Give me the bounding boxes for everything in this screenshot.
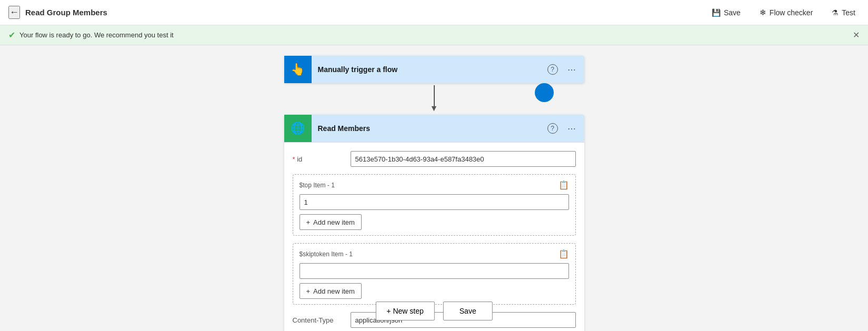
action-step-actions: ? ⋯	[545, 121, 578, 136]
trigger-icon-box: 👆	[284, 56, 312, 83]
trigger-title: Manually trigger a flow	[312, 65, 545, 74]
check-icon: ✔	[8, 30, 15, 40]
action-step-card: 🌐 Read Members ? ⋯ id	[284, 115, 584, 331]
skiptoken-add-label: Add new item	[313, 287, 355, 295]
id-label: id	[293, 155, 345, 163]
skiptoken-section-header: $skiptoken Item - 1 📋	[300, 249, 569, 259]
top-section: $top Item - 1 📋 + Add new item	[293, 174, 576, 236]
connector-line	[434, 85, 435, 106]
trigger-actions: ? ⋯	[545, 62, 578, 77]
save-button[interactable]: 💾 Save	[707, 6, 745, 19]
notification-text: Your flow is ready to go. We recommend y…	[19, 31, 174, 39]
trigger-more-button[interactable]: ⋯	[565, 63, 578, 77]
action-more-button[interactable]: ⋯	[565, 122, 578, 136]
action-help-icon: ?	[547, 123, 558, 134]
flow-content: 👆 Manually trigger a flow ? ⋯ ▼	[0, 45, 868, 331]
bottom-actions: + New step Save	[375, 302, 492, 320]
top-add-label: Add new item	[313, 218, 355, 226]
notification-bar: ✔ Your flow is ready to go. We recommend…	[0, 25, 868, 45]
action-step-header: 🌐 Read Members ? ⋯	[284, 115, 584, 142]
connector: ▼	[430, 83, 438, 115]
flow-checker-icon: ❄	[760, 8, 766, 17]
skiptoken-copy-icon[interactable]: 📋	[558, 249, 569, 259]
test-button[interactable]: ⚗ Test	[827, 6, 860, 19]
action-help-button[interactable]: ?	[545, 121, 560, 136]
action-title: Read Members	[312, 124, 545, 133]
close-notification-button[interactable]: ✕	[853, 30, 860, 40]
skiptoken-section-label: $skiptoken Item - 1	[300, 250, 353, 258]
action-icon: 🌐	[291, 122, 305, 135]
id-input[interactable]	[351, 151, 576, 167]
save-label: Save	[724, 8, 741, 17]
trigger-step-header: 👆 Manually trigger a flow ? ⋯	[284, 56, 584, 83]
connector-arrow: ▼	[430, 104, 438, 113]
new-step-button[interactable]: + New step	[375, 302, 434, 320]
skiptoken-add-item-button[interactable]: + Add new item	[300, 283, 362, 299]
bottom-save-button[interactable]: Save	[443, 302, 493, 320]
content-type-label: Content-Type	[293, 316, 345, 324]
connector-drop	[535, 83, 554, 102]
trigger-more-icon: ⋯	[567, 65, 576, 74]
trigger-icon: 👆	[291, 63, 305, 76]
top-input[interactable]	[300, 194, 569, 210]
action-icon-box: 🌐	[284, 115, 312, 142]
save-icon: 💾	[712, 8, 721, 17]
top-bar: ← Read Group Members 💾 Save ❄ Flow check…	[0, 0, 868, 25]
skiptoken-section: $skiptoken Item - 1 📋 + Add new item	[293, 243, 576, 305]
test-icon: ⚗	[832, 8, 839, 17]
skiptoken-add-icon: +	[306, 287, 311, 295]
top-add-item-button[interactable]: + Add new item	[300, 214, 362, 230]
flow-checker-label: Flow checker	[770, 8, 813, 17]
top-section-header: $top Item - 1 📋	[300, 180, 569, 190]
page-title: Read Group Members	[25, 8, 107, 17]
test-label: Test	[842, 8, 855, 17]
flow-checker-button[interactable]: ❄ Flow checker	[755, 6, 817, 19]
top-copy-icon[interactable]: 📋	[558, 180, 569, 190]
top-add-icon: +	[306, 218, 311, 226]
back-button[interactable]: ←	[8, 6, 20, 19]
top-bar-left: ← Read Group Members	[8, 6, 707, 19]
trigger-help-button[interactable]: ?	[545, 62, 560, 77]
top-section-label: $top Item - 1	[300, 182, 335, 189]
action-more-icon: ⋯	[567, 124, 576, 133]
notification-left: ✔ Your flow is ready to go. We recommend…	[8, 30, 174, 40]
skiptoken-input[interactable]	[300, 263, 569, 279]
top-bar-right: 💾 Save ❄ Flow checker ⚗ Test	[707, 6, 860, 19]
trigger-step-card: 👆 Manually trigger a flow ? ⋯	[284, 56, 584, 83]
id-field-row: id	[293, 151, 576, 167]
canvas: 👆 Manually trigger a flow ? ⋯ ▼	[0, 45, 868, 331]
trigger-help-icon: ?	[547, 64, 558, 75]
